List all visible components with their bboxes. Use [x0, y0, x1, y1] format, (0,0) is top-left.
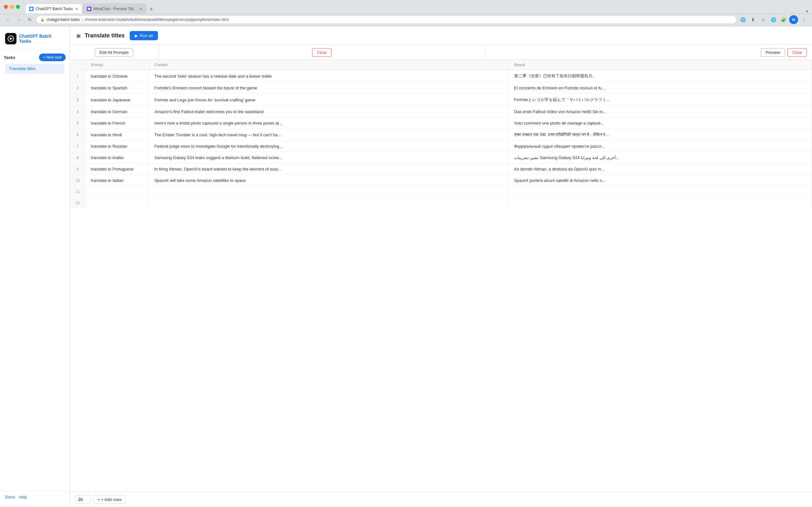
row-result[interactable]	[509, 198, 812, 209]
row-num: 11	[70, 186, 86, 198]
help-link[interactable]: Help	[19, 495, 27, 499]
row-prompt[interactable]: translate to Japanese	[86, 94, 149, 106]
url-separator: |	[82, 17, 83, 22]
row-result[interactable]	[509, 186, 812, 198]
url-bar[interactable]: 🔒 chatgpt-batch-tasks | chrome-extension…	[36, 15, 737, 24]
maximize-traffic-light[interactable]	[16, 5, 20, 9]
panel-icon[interactable]: ▣	[76, 33, 81, 39]
row-prompt[interactable]: translate to Chinese	[86, 70, 149, 82]
traffic-lights	[4, 5, 20, 9]
svg-point-0	[30, 8, 33, 10]
add-rows-button[interactable]: + + Add rows	[93, 495, 125, 504]
tab-close-2[interactable]: ×	[140, 6, 142, 11]
tab-windchat[interactable]: WindChat - Preview Tailwind... ×	[83, 3, 146, 14]
row-result[interactable]: SpaceX porterà alcuni satelliti di Amazo…	[509, 175, 812, 186]
forward-button[interactable]: →	[14, 15, 23, 24]
row-prompt[interactable]: translate to Italian	[86, 175, 149, 186]
world-icon[interactable]: 🌐	[769, 15, 778, 24]
table-footer: + + Add rows	[70, 492, 812, 507]
tasks-label: Tasks	[4, 55, 15, 60]
lock-icon: 🔒	[40, 18, 45, 22]
row-prompt[interactable]: translate to Arabic	[86, 152, 149, 164]
svg-point-1	[88, 8, 90, 10]
row-content[interactable]: Federal judge vows to investigate Google…	[149, 141, 509, 152]
row-prompt[interactable]: translate to Spanish	[86, 82, 149, 94]
download-icon[interactable]: ⬇	[749, 15, 757, 24]
preview-button[interactable]: Preview	[761, 48, 785, 57]
col-header-content: Content	[149, 60, 509, 70]
row-prompt[interactable]	[86, 198, 149, 209]
row-result[interactable]: एम्बर टम्बलर एक ठंडा, उच्च प्रौद्योगिकी …	[509, 129, 812, 141]
table-row: 10translate to ItalianSpaceX will take s…	[70, 175, 812, 186]
menu-icon[interactable]: ⋮	[799, 15, 808, 24]
edit-prompts-button[interactable]: Edit All Prompts	[95, 48, 134, 57]
row-num: 12	[70, 198, 86, 209]
tab-icon-windchat	[87, 7, 91, 11]
url-path: chrome-extension://oodahnkoklimneclpoebh…	[85, 17, 229, 22]
row-num: 2	[70, 82, 86, 94]
row-result[interactable]: Voici comment une photo de mariage a cap…	[509, 118, 812, 129]
sidebar-footer: Demo Help	[0, 491, 69, 503]
row-result[interactable]: Das erste Fallout-Video von Amazon heißt…	[509, 106, 812, 118]
row-result[interactable]: El concierto de Eminem en Fortnite insin…	[509, 82, 812, 94]
extensions-icon[interactable]: 🧩	[779, 15, 788, 24]
row-content[interactable]: In firing Altman, OpenAI's board wanted …	[149, 164, 509, 175]
svg-marker-3	[10, 38, 13, 40]
sidebar: ChatGPT Batch Tasks Tasks + New task Tra…	[0, 26, 70, 507]
row-prompt[interactable]: translate to Portuguese	[86, 164, 149, 175]
row-content[interactable]	[149, 186, 509, 198]
sidebar-item-label: Translate titles	[9, 66, 36, 71]
sidebar-section: Tasks + New task Translate titles	[0, 50, 69, 73]
main-content: ▣ Translate titles ▶ Run all Edit All Pr…	[70, 26, 812, 507]
tc-cell-content: Clear	[159, 45, 485, 60]
row-content[interactable]: The Ember Tumbler is a cool, high-tech t…	[149, 129, 509, 141]
row-prompt[interactable]: translate to French	[86, 118, 149, 129]
tc-cell-result: Preview Clear	[485, 45, 812, 60]
translate-icon[interactable]: 🌐	[739, 15, 747, 24]
reload-button[interactable]: ↻	[26, 15, 34, 24]
address-bar: ← → ↻ 🔒 chatgpt-batch-tasks | chrome-ext…	[0, 14, 812, 26]
run-all-button[interactable]: ▶ Run all	[130, 31, 158, 40]
tab-chatgpt-batch-tasks[interactable]: ChatGPT Batch Tasks ×	[25, 3, 82, 14]
row-prompt[interactable]: translate to Hindi	[86, 129, 149, 141]
profile-icon[interactable]: W	[789, 15, 798, 24]
table-row: 2translate to SpanishFortnite's Eminem c…	[70, 82, 812, 94]
new-task-button[interactable]: + New task	[39, 54, 66, 61]
row-content[interactable]: Amazon's first Fallout trailer welcomes …	[149, 106, 509, 118]
tab-close-1[interactable]: ×	[75, 6, 78, 11]
tab-icon-chatgpt	[29, 7, 34, 11]
close-traffic-light[interactable]	[4, 5, 8, 9]
row-content[interactable]: Fortnite and Lego join forces for 'survi…	[149, 94, 509, 106]
row-result[interactable]: 第二季《光晕》已经有了发布日期和预告片。	[509, 70, 812, 82]
tabs-bar: ChatGPT Batch Tasks × WindChat - Preview…	[25, 0, 808, 14]
row-prompt[interactable]	[86, 186, 149, 198]
tab-title-2: WindChat - Preview Tailwind...	[93, 7, 138, 11]
row-result[interactable]: Ao demitir Altman, a diretoria da OpenAI…	[509, 164, 812, 175]
bookmark-icon[interactable]: ☆	[759, 15, 768, 24]
clear-result-button[interactable]: Clear	[788, 48, 807, 57]
row-content[interactable]: SpaceX will take some Amazon satellites …	[149, 175, 509, 186]
sidebar-item-translate-titles[interactable]: Translate titles	[5, 64, 64, 73]
row-result[interactable]: تشير تسريبات Samsung Galaxy S24 أخرى إلى…	[509, 152, 812, 164]
row-prompt[interactable]: translate to Russian	[86, 141, 149, 152]
col-header-result: Result	[509, 60, 812, 70]
row-result[interactable]: Федеральный судья обещает провести рассл…	[509, 141, 812, 152]
row-content[interactable]: The second 'Halo' season has a release d…	[149, 70, 509, 82]
row-count-input[interactable]	[75, 496, 91, 504]
minimize-traffic-light[interactable]	[10, 5, 14, 9]
row-content[interactable]: Here's how a bridal photo captured a sin…	[149, 118, 509, 129]
tab-search-button[interactable]: ▾	[806, 9, 808, 14]
back-button[interactable]: ←	[4, 15, 13, 24]
table-row: 4translate to GermanAmazon's first Fallo…	[70, 106, 812, 118]
row-content[interactable]: Samsung Galaxy S24 leaks suggest a titan…	[149, 152, 509, 164]
new-tab-button[interactable]: +	[147, 5, 156, 14]
row-content[interactable]	[149, 198, 509, 209]
row-content[interactable]: Fortnite's Eminem concert teased the fut…	[149, 82, 509, 94]
clear-content-button[interactable]: Clear	[312, 48, 332, 57]
col-header-num	[70, 60, 86, 70]
demo-link[interactable]: Demo	[5, 495, 15, 499]
row-num: 1	[70, 70, 86, 82]
row-prompt[interactable]: translate to German	[86, 106, 149, 118]
row-num: 8	[70, 152, 86, 164]
row-result[interactable]: Fortniteとレゴが手を組んで「サバイバルクラフト...	[509, 94, 812, 106]
